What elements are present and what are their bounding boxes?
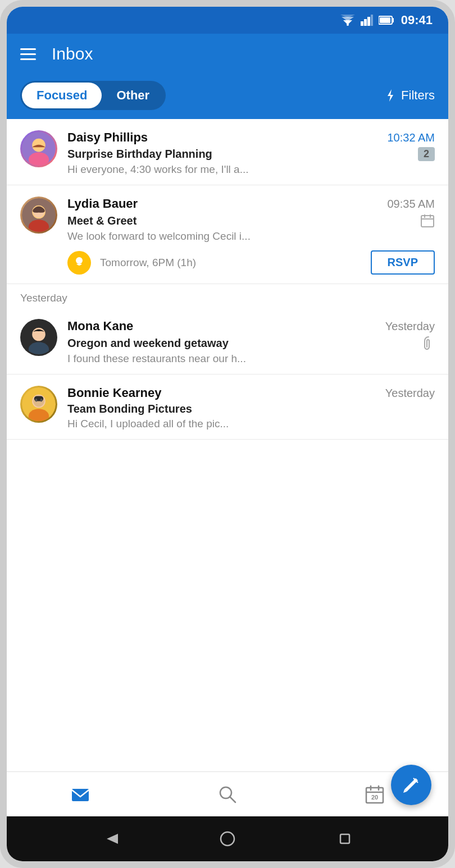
recents-button[interactable] <box>337 831 353 847</box>
tab-bar: Focused Other Filters <box>7 74 448 119</box>
compose-icon <box>402 776 420 794</box>
app-bar: Inbox <box>7 34 448 74</box>
avatar-mona <box>20 319 57 356</box>
email-item-daisy[interactable]: Daisy Phillips 10:32 AM Surprise Birthda… <box>7 119 448 185</box>
sender-mona: Mona Kane <box>67 319 133 334</box>
svg-marker-45 <box>107 834 118 844</box>
svg-line-39 <box>230 797 235 802</box>
status-icons <box>340 15 394 26</box>
time-lydia: 09:35 AM <box>387 198 435 211</box>
badge-daisy: 2 <box>418 147 435 161</box>
email-content-bonnie: Bonnie Kearney Yesterday Team Bonding Pi… <box>67 386 435 430</box>
svg-rect-37 <box>72 789 89 801</box>
svg-rect-10 <box>380 17 390 23</box>
email-item-lydia[interactable]: Lydia Bauer 09:35 AM Meet & Greet <box>7 185 448 284</box>
nav-search[interactable] <box>217 784 238 805</box>
email-list: Daisy Phillips 10:32 AM Surprise Birthda… <box>7 119 448 771</box>
svg-rect-7 <box>371 15 373 26</box>
svg-rect-9 <box>392 18 394 22</box>
status-time: 09:41 <box>401 13 433 28</box>
time-mona: Yesterday <box>385 320 435 333</box>
signal-icon <box>361 15 373 26</box>
email-item-bonnie[interactable]: Bonnie Kearney Yesterday Team Bonding Pi… <box>7 374 448 440</box>
phone-frame: 09:41 Inbox Focused Other Filters <box>0 0 455 868</box>
time-daisy: 10:32 AM <box>387 131 435 144</box>
bottom-nav: 20 <box>7 771 448 816</box>
time-bonnie: Yesterday <box>385 387 435 400</box>
tab-group: Focused Other <box>20 81 166 110</box>
email-content-lydia: Lydia Bauer 09:35 AM Meet & Greet <box>67 197 435 243</box>
status-bar: 09:41 <box>7 7 448 34</box>
nav-mail[interactable] <box>70 784 90 805</box>
svg-rect-5 <box>364 19 367 26</box>
event-icon-lydia <box>67 251 91 275</box>
svg-text:20: 20 <box>371 794 378 801</box>
svg-point-3 <box>347 24 349 26</box>
calendar-icon-lydia <box>420 213 435 228</box>
filters-button[interactable]: Filters <box>384 88 435 103</box>
home-button[interactable] <box>220 831 235 847</box>
compose-fab[interactable] <box>391 765 431 805</box>
preview-lydia: We look forward to welcoming Cecil i... <box>67 230 435 243</box>
avatar-lydia <box>20 197 57 234</box>
subject-bonnie: Team Bonding Pictures <box>67 403 192 415</box>
app-title: Inbox <box>52 44 93 63</box>
email-content-daisy: Daisy Phillips 10:32 AM Surprise Birthda… <box>67 130 435 176</box>
subject-lydia: Meet & Greet <box>67 214 136 227</box>
sender-bonnie: Bonnie Kearney <box>67 386 162 400</box>
tab-focused[interactable]: Focused <box>22 83 102 108</box>
nav-calendar[interactable]: 20 <box>365 784 385 805</box>
sender-daisy: Daisy Phillips <box>67 130 148 145</box>
event-row-lydia: Tomorrow, 6PM (1h) RSVP <box>20 250 435 275</box>
preview-bonnie: Hi Cecil, I uploaded all of the pic... <box>67 418 435 430</box>
tab-other[interactable]: Other <box>102 83 164 108</box>
email-item-mona[interactable]: Mona Kane Yesterday Oregon and weekend g… <box>7 308 448 374</box>
battery-icon <box>379 15 394 25</box>
avatar-bonnie <box>20 386 57 423</box>
email-list-container: Daisy Phillips 10:32 AM Surprise Birthda… <box>7 119 448 816</box>
svg-marker-11 <box>388 89 393 102</box>
android-nav <box>7 816 448 861</box>
svg-rect-47 <box>340 834 349 843</box>
subject-daisy: Surprise Birthday Planning <box>67 148 212 161</box>
back-button[interactable] <box>102 831 118 847</box>
svg-rect-20 <box>421 216 434 227</box>
sender-lydia: Lydia Bauer <box>67 197 138 211</box>
event-time-lydia: Tomorrow, 6PM (1h) <box>100 257 362 269</box>
subject-mona: Oregon and weekend getaway <box>67 337 229 350</box>
bolt-icon <box>384 89 397 102</box>
rsvp-button[interactable]: RSVP <box>371 250 435 275</box>
avatar-daisy <box>20 130 57 167</box>
wifi-icon <box>340 15 355 26</box>
paperclip-icon-mona <box>422 336 435 350</box>
preview-daisy: Hi everyone, 4:30 works for me, I'll a..… <box>67 163 435 176</box>
hamburger-menu-icon[interactable] <box>20 48 36 60</box>
svg-point-24 <box>76 257 83 264</box>
preview-mona: I found these restaurants near our h... <box>67 353 435 365</box>
svg-point-46 <box>221 832 234 846</box>
svg-rect-6 <box>367 17 370 26</box>
email-content-mona: Mona Kane Yesterday Oregon and weekend g… <box>67 319 435 365</box>
svg-rect-4 <box>361 21 363 26</box>
section-label-yesterday: Yesterday <box>7 284 448 308</box>
